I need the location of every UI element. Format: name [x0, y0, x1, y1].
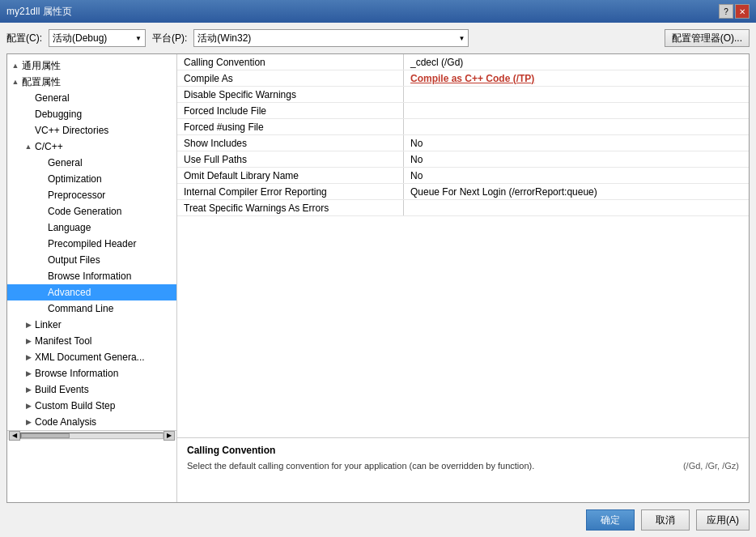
tree-expander-general[interactable] — [23, 93, 33, 103]
tree-label-manifest-tool: Manifest Tool — [35, 335, 91, 347]
prop-name-5: Show Includes — [177, 135, 404, 151]
tree-item-command-line[interactable]: Command Line — [7, 300, 176, 317]
tree-item-config-props[interactable]: ▲配置属性 — [7, 74, 176, 90]
top-bar: 配置(C): 活动(Debug) ▼ 平台(P): 活动(Win32) ▼ 配置… — [6, 29, 750, 47]
tree-expander-code-analysis[interactable]: ▶ — [23, 417, 33, 427]
tree-expander-cpp-general[interactable] — [36, 158, 46, 168]
tree-item-build-events[interactable]: ▶Build Events — [7, 381, 176, 398]
tree-expander-preprocessor[interactable] — [36, 190, 46, 200]
tree-item-preprocessor[interactable]: Preprocessor — [7, 187, 176, 203]
tree-expander-command-line[interactable] — [36, 304, 46, 313]
scroll-track[interactable] — [20, 433, 164, 439]
tree-item-manifest-tool[interactable]: ▶Manifest Tool — [7, 333, 176, 349]
description-body: Select the default calling convention fo… — [187, 461, 534, 471]
prop-row-2[interactable]: Disable Specific Warnings — [177, 87, 749, 103]
prop-value-2 — [404, 87, 749, 102]
tree-expander-manifest-tool[interactable]: ▶ — [23, 336, 33, 346]
scroll-left-arrow[interactable]: ◀ — [9, 431, 20, 441]
tree-item-advanced[interactable]: Advanced — [7, 284, 176, 300]
tree-label-debugging: Debugging — [35, 109, 82, 120]
scroll-thumb[interactable] — [21, 433, 70, 438]
tree-expander-precompiled[interactable] — [36, 239, 46, 249]
tree-expander-optimization[interactable] — [36, 174, 46, 184]
main-area: ▲通用属性▲配置属性GeneralDebuggingVC++ Directori… — [6, 53, 750, 503]
tree-expander-vc-dirs[interactable] — [23, 126, 33, 135]
tree-expander-output-files[interactable] — [36, 255, 46, 265]
tree-expander-xml-doc[interactable]: ▶ — [23, 352, 33, 362]
dialog-body: 配置(C): 活动(Debug) ▼ 平台(P): 活动(Win32) ▼ 配置… — [0, 23, 756, 537]
cancel-button[interactable]: 取消 — [641, 509, 690, 531]
tree-label-xml-doc: XML Document Genera... — [35, 352, 145, 363]
prop-row-3[interactable]: Forced Include File — [177, 103, 749, 119]
tree-label-optimization: Optimization — [48, 173, 102, 185]
ok-button[interactable]: 确定 — [586, 509, 635, 531]
prop-name-1: Compile As — [177, 70, 404, 86]
tree-label-precompiled: Precompiled Header — [48, 238, 136, 249]
prop-row-5[interactable]: Show IncludesNo — [177, 135, 749, 151]
prop-row-7[interactable]: Omit Default Library NameNo — [177, 168, 749, 184]
platform-value: 活动(Win32) — [197, 32, 251, 45]
prop-name-2: Disable Specific Warnings — [177, 87, 404, 102]
tree-item-cpp[interactable]: ▲C/C++ — [7, 139, 176, 155]
content-panel: Calling Convention_cdecl (/Gd)Compile As… — [177, 54, 749, 502]
tree-label-output-files: Output Files — [48, 254, 100, 266]
tree-expander-debugging[interactable] — [23, 109, 33, 119]
config-label: 配置(C): — [6, 32, 42, 45]
config-dropdown-arrow: ▼ — [135, 35, 142, 42]
tree-expander-browse-info[interactable] — [36, 271, 46, 281]
tree-item-optimization[interactable]: Optimization — [7, 171, 176, 187]
tree-item-cpp-general[interactable]: General — [7, 155, 176, 171]
tree-expander-browse-info2[interactable]: ▶ — [23, 369, 33, 378]
tree-item-common-props[interactable]: ▲通用属性 — [7, 58, 176, 74]
tree-item-vc-dirs[interactable]: VC++ Directories — [7, 122, 176, 139]
scroll-right-arrow[interactable]: ▶ — [164, 431, 175, 441]
tree-item-output-files[interactable]: Output Files — [7, 252, 176, 268]
tree-item-linker[interactable]: ▶Linker — [7, 317, 176, 333]
config-dropdown[interactable]: 活动(Debug) ▼ — [49, 29, 146, 47]
tree-item-debugging[interactable]: Debugging — [7, 106, 176, 122]
tree-expander-linker[interactable]: ▶ — [23, 320, 33, 330]
platform-dropdown-arrow: ▼ — [458, 35, 465, 42]
tree-item-browse-info[interactable]: Browse Information — [7, 268, 176, 284]
tree-expander-config-props[interactable]: ▲ — [11, 77, 20, 87]
tree-item-xml-doc[interactable]: ▶XML Document Genera... — [7, 349, 176, 365]
prop-row-6[interactable]: Use Full PathsNo — [177, 151, 749, 168]
tree-expander-cpp[interactable]: ▲ — [23, 142, 33, 151]
prop-name-7: Omit Default Library Name — [177, 168, 404, 183]
tree-label-config-props: 配置属性 — [22, 75, 61, 89]
tree-expander-common-props[interactable]: ▲ — [11, 61, 20, 70]
prop-row-1[interactable]: Compile AsCompile as C++ Code (/TP) — [177, 70, 749, 87]
config-manager-button[interactable]: 配置管理器(O)... — [665, 29, 750, 47]
tree-label-command-line: Command Line — [48, 303, 113, 314]
tree-item-custom-build[interactable]: ▶Custom Build Step — [7, 398, 176, 414]
prop-row-9[interactable]: Treat Specific Warnings As Errors — [177, 200, 749, 216]
tree-expander-build-events[interactable]: ▶ — [23, 385, 33, 394]
prop-row-8[interactable]: Internal Compiler Error ReportingQueue F… — [177, 184, 749, 200]
title-bar-buttons: ? ✕ — [719, 4, 750, 19]
prop-row-4[interactable]: Forced #using File — [177, 119, 749, 135]
tree-item-precompiled[interactable]: Precompiled Header — [7, 236, 176, 252]
prop-name-6: Use Full Paths — [177, 151, 404, 167]
tree-expander-language[interactable] — [36, 223, 46, 232]
tree-item-code-analysis[interactable]: ▶Code Analysis — [7, 414, 176, 430]
tree-item-browse-info2[interactable]: ▶Browse Information — [7, 365, 176, 381]
apply-button[interactable]: 应用(A) — [696, 509, 750, 531]
tree-label-linker: Linker — [35, 319, 62, 330]
prop-name-8: Internal Compiler Error Reporting — [177, 184, 404, 199]
description-panel: Calling Convention Select the default ca… — [177, 437, 749, 502]
tree-item-language[interactable]: Language — [7, 219, 176, 236]
tree-expander-custom-build[interactable]: ▶ — [23, 401, 33, 411]
tree-expander-advanced[interactable] — [36, 288, 46, 297]
prop-name-0: Calling Convention — [177, 54, 404, 70]
tree-item-general[interactable]: General — [7, 90, 176, 106]
platform-dropdown[interactable]: 活动(Win32) ▼ — [193, 29, 469, 47]
tree-label-build-events: Build Events — [35, 384, 89, 395]
help-button[interactable]: ? — [719, 4, 733, 19]
tree-expander-code-gen[interactable] — [36, 207, 46, 216]
prop-value-1: Compile as C++ Code (/TP) — [404, 70, 749, 86]
tree-hscrollbar[interactable]: ◀ ▶ — [7, 430, 176, 440]
close-button[interactable]: ✕ — [735, 4, 750, 19]
tree-item-code-gen[interactable]: Code Generation — [7, 203, 176, 219]
tree-label-preprocessor: Preprocessor — [48, 190, 105, 201]
prop-row-0[interactable]: Calling Convention_cdecl (/Gd) — [177, 54, 749, 70]
